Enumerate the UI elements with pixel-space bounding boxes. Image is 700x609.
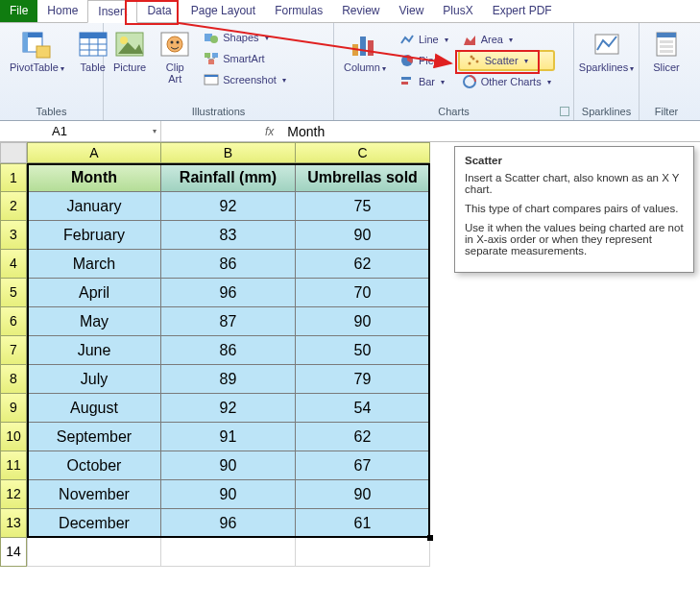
shapes-button[interactable]: Shapes▾ — [200, 27, 290, 48]
data-cell[interactable]: 92 — [161, 394, 296, 423]
row-header[interactable]: 3 — [0, 221, 27, 250]
data-cell[interactable]: 86 — [161, 250, 296, 279]
svg-rect-21 — [208, 60, 214, 64]
slicer-button[interactable]: Slicer — [647, 27, 686, 75]
data-cell[interactable]: November — [27, 480, 161, 509]
empty-cell[interactable] — [161, 538, 296, 567]
data-cell[interactable]: February — [27, 221, 161, 250]
line-chart-button[interactable]: Line▾ — [396, 29, 452, 50]
data-cell[interactable]: March — [27, 250, 161, 279]
data-cell[interactable]: 90 — [296, 307, 430, 336]
row-header[interactable]: 9 — [0, 394, 27, 423]
row-header[interactable]: 5 — [0, 279, 27, 307]
selection-fill-handle[interactable] — [427, 535, 433, 541]
row-header[interactable]: 6 — [0, 307, 27, 336]
data-cell[interactable]: 92 — [161, 192, 296, 221]
data-cell[interactable]: 79 — [296, 365, 430, 394]
pivottable-label: PivotTable▾ — [10, 61, 64, 74]
col-header-a[interactable]: A — [27, 142, 161, 163]
data-cell[interactable]: 50 — [296, 336, 430, 365]
column-chart-label: Column▾ — [344, 61, 386, 74]
other-charts-button[interactable]: Other Charts▾ — [458, 71, 555, 92]
data-cell[interactable]: 91 — [161, 423, 296, 451]
tab-home[interactable]: Home — [37, 0, 87, 22]
row-header[interactable]: 4 — [0, 250, 27, 279]
row-header[interactable]: 12 — [0, 480, 27, 509]
data-cell[interactable]: October — [27, 451, 161, 480]
tab-view[interactable]: View — [390, 0, 434, 22]
data-cell[interactable]: 61 — [296, 509, 430, 538]
data-cell[interactable]: 54 — [296, 394, 430, 423]
data-cell[interactable]: January — [27, 192, 161, 221]
data-cell[interactable]: September — [27, 423, 161, 451]
data-cell[interactable]: 86 — [161, 336, 296, 365]
header-cell[interactable]: Rainfall (mm) — [161, 163, 296, 192]
picture-button[interactable]: Picture — [109, 27, 150, 75]
tab-review[interactable]: Review — [332, 0, 389, 22]
data-cell[interactable]: 70 — [296, 279, 430, 307]
data-cell[interactable]: 90 — [161, 451, 296, 480]
fx-icon[interactable]: fx — [257, 125, 281, 138]
row-header[interactable]: 14 — [0, 538, 27, 567]
scatter-chart-icon — [466, 53, 481, 68]
data-cell[interactable]: May — [27, 307, 161, 336]
data-cell[interactable]: July — [27, 365, 161, 394]
empty-cell[interactable] — [27, 538, 161, 567]
empty-cell[interactable] — [296, 538, 430, 567]
svg-rect-40 — [660, 45, 673, 48]
smartart-button[interactable]: SmartArt — [200, 48, 290, 69]
formula-input[interactable]: Month — [281, 124, 700, 139]
tab-file[interactable]: File — [0, 0, 37, 22]
svg-rect-19 — [205, 53, 210, 58]
data-cell[interactable]: 90 — [296, 480, 430, 509]
bar-chart-button[interactable]: Bar▾ — [396, 71, 452, 92]
clip-art-button[interactable]: Clip Art — [156, 27, 194, 86]
data-cell[interactable]: December — [27, 509, 161, 538]
area-chart-button[interactable]: Area▾ — [458, 29, 555, 50]
row-header[interactable]: 1 — [0, 163, 27, 192]
group-tables: PivotTable▾ Table Tables — [0, 23, 104, 120]
sparklines-button[interactable]: Sparklines▾ — [575, 27, 638, 76]
row-header[interactable]: 10 — [0, 423, 27, 451]
screenshot-button[interactable]: Screenshot▾ — [200, 69, 290, 90]
group-sparklines: Sparklines▾ Sparklines — [574, 23, 640, 120]
column-chart-button[interactable]: Column▾ — [340, 27, 390, 76]
tooltip-title: Scatter — [465, 155, 684, 166]
header-cell[interactable]: Month — [27, 163, 161, 192]
scatter-chart-button[interactable]: Scatter▾ — [458, 50, 555, 71]
row-header[interactable]: 13 — [0, 509, 27, 538]
data-cell[interactable]: 83 — [161, 221, 296, 250]
data-cell[interactable]: 96 — [161, 509, 296, 538]
tab-insert[interactable]: Insert — [87, 0, 137, 23]
row-header[interactable]: 8 — [0, 365, 27, 394]
data-cell[interactable]: 62 — [296, 250, 430, 279]
data-cell[interactable]: 89 — [161, 365, 296, 394]
row-header[interactable]: 11 — [0, 451, 27, 480]
data-cell[interactable]: 90 — [161, 480, 296, 509]
data-cell[interactable]: 87 — [161, 307, 296, 336]
data-cell[interactable]: 62 — [296, 423, 430, 451]
name-box[interactable]: A1 — [46, 121, 161, 141]
header-cell[interactable]: Umbrellas sold — [296, 163, 430, 192]
data-cell[interactable]: 67 — [296, 451, 430, 480]
tab-expert-pdf[interactable]: Expert PDF — [483, 0, 562, 22]
tab-page-layout[interactable]: Page Layout — [181, 0, 265, 22]
col-header-b[interactable]: B — [161, 142, 296, 163]
tab-data[interactable]: Data — [137, 0, 181, 22]
data-cell[interactable]: 90 — [296, 221, 430, 250]
data-cell[interactable]: August — [27, 394, 161, 423]
row-header[interactable]: 2 — [0, 192, 27, 221]
data-cell[interactable]: April — [27, 279, 161, 307]
col-header-c[interactable]: C — [296, 142, 430, 163]
data-cell[interactable]: June — [27, 336, 161, 365]
data-cell[interactable]: 96 — [161, 279, 296, 307]
select-all-corner[interactable] — [0, 142, 27, 163]
row-header[interactable]: 7 — [0, 336, 27, 365]
pivottable-button[interactable]: PivotTable▾ — [6, 27, 68, 76]
data-cell[interactable]: 75 — [296, 192, 430, 221]
tab-formulas[interactable]: Formulas — [265, 0, 332, 22]
pie-chart-button[interactable]: Pie▾ — [396, 50, 452, 71]
charts-dialog-launcher[interactable] — [560, 107, 569, 116]
clip-art-icon — [159, 29, 190, 60]
tab-plusx[interactable]: PlusX — [433, 0, 482, 22]
